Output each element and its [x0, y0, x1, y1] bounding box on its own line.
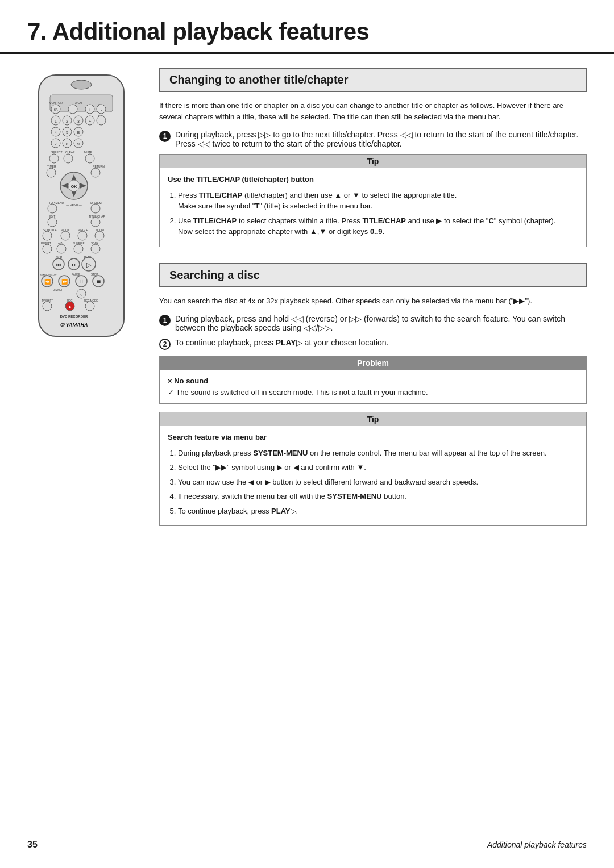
section2-header: Searching a disc — [159, 263, 587, 287]
svg-text:SELECT: SELECT — [51, 151, 62, 154]
page-header: 7. Additional playback features — [0, 0, 614, 54]
svg-point-69 — [95, 231, 104, 240]
svg-point-68 — [78, 231, 87, 240]
svg-text:⏪: ⏪ — [44, 278, 51, 285]
svg-text:DIMMER: DIMMER — [53, 289, 64, 291]
svg-text:⏮: ⏮ — [56, 262, 61, 268]
right-column: Changing to another title/chapter If the… — [159, 68, 587, 534]
svg-text:⏸: ⏸ — [79, 279, 84, 285]
tip1-list: Press TITLE/CHAP (title/chapter) and the… — [178, 190, 578, 237]
svg-point-67 — [61, 231, 70, 240]
svg-text:⏩: ⏩ — [61, 278, 68, 285]
svg-text:●: ● — [69, 304, 72, 310]
tip2-item1: During playback press SYSTEM-MENU on the… — [178, 448, 578, 459]
svg-point-55 — [48, 204, 57, 213]
tip2-item2: Select the "▶▶" symbol using ▶ or ◀ and … — [178, 462, 578, 473]
svg-text:5: 5 — [66, 131, 68, 135]
svg-text:-: - — [101, 107, 102, 112]
problem-box: Problem × No sound ✓ The sound is switch… — [159, 356, 587, 404]
svg-text:8: 8 — [66, 142, 68, 146]
page-title: 7. Additional playback features — [27, 18, 587, 45]
tip2-content: Search feature via menu bar During playb… — [160, 426, 586, 525]
section1-intro: If there is more than one title or chapt… — [159, 100, 587, 122]
svg-text:DVD RECORDER: DVD RECORDER — [60, 315, 88, 318]
tip2-list: During playback press SYSTEM-MENU on the… — [178, 448, 578, 517]
section1-header: Changing to another title/chapter — [159, 68, 587, 92]
svg-point-41 — [85, 154, 94, 163]
svg-text:⏹: ⏹ — [96, 279, 101, 285]
svg-text:4: 4 — [55, 131, 57, 135]
svg-text:B: B — [77, 131, 80, 135]
tip2-item5: To continue playback, press PLAY▷. — [178, 506, 578, 517]
svg-text:SUBTITLE: SUBTITLE — [43, 228, 57, 232]
tip1-list-item2: Use TITLE/CHAP to select chapters within… — [178, 215, 578, 237]
svg-text:9: 9 — [77, 142, 80, 146]
svg-text:RETURN: RETURN — [93, 165, 105, 168]
svg-text:— MENU —: — MENU — — [66, 203, 82, 207]
tip1-subtitle: Use the TITLE/CHAP (title/chapter) butto… — [168, 174, 578, 185]
svg-text:A/CH: A/CH — [75, 101, 82, 105]
svg-point-56 — [91, 204, 100, 213]
svg-text:-: - — [101, 119, 102, 124]
footer-page-number: 35 — [27, 840, 38, 850]
svg-text:MONITOR: MONITOR — [49, 101, 63, 105]
svg-text:○: ○ — [80, 293, 82, 297]
page-footer: 35 Additional playback features — [27, 840, 587, 850]
svg-text:▷: ▷ — [86, 261, 92, 268]
tip2-header: Tip — [160, 412, 586, 426]
svg-text:+: + — [89, 119, 92, 124]
footer-section-name: Additional playback features — [487, 840, 587, 849]
svg-text:OK: OK — [71, 185, 77, 189]
svg-point-7 — [68, 105, 77, 114]
section2-intro: You can search the disc at 4x or 32x pla… — [159, 295, 587, 307]
svg-point-106 — [85, 302, 94, 311]
svg-text:7: 7 — [55, 142, 57, 146]
svg-text:CLEAR: CLEAR — [65, 151, 75, 154]
svg-text:⏭: ⏭ — [72, 262, 77, 268]
svg-text:MUTE: MUTE — [84, 151, 93, 154]
remote-image: MONITOR A/CH 6/\ + CH - 1 2 3 + VOL — [27, 72, 135, 347]
problem-header: Problem — [160, 356, 586, 370]
problem-content: × No sound ✓ The sound is switched off i… — [160, 370, 586, 403]
problem-title: × No sound — [168, 375, 578, 387]
tip-box-1: Tip Use the TITLE/CHAP (title/chapter) b… — [159, 154, 587, 247]
tip2-item4: If necessary, switch the menu bar off wi… — [178, 491, 578, 502]
step1-text: During playback, press and hold ◁◁ (reve… — [175, 314, 587, 332]
svg-text:2: 2 — [66, 119, 68, 123]
svg-text:⑦ YAMAHA: ⑦ YAMAHA — [60, 322, 88, 328]
tip1-list-item1: Press TITLE/CHAP (title/chapter) and the… — [178, 190, 578, 212]
svg-point-77 — [91, 244, 100, 253]
tip2-item3: You can now use the ◀ or ▶ button to sel… — [178, 477, 578, 488]
svg-point-45 — [91, 168, 100, 177]
svg-point-74 — [43, 244, 52, 253]
section2-step1: 1 During playback, press and hold ◁◁ (re… — [159, 314, 587, 332]
tip-box-2: Tip Search feature via menu bar During p… — [159, 412, 587, 526]
remote-svg: MONITOR A/CH 6/\ + CH - 1 2 3 + VOL — [27, 72, 135, 345]
step2-text: To continue playback, press PLAY▷ at you… — [175, 338, 388, 347]
step2-num: 2 — [159, 339, 171, 350]
svg-point-40 — [64, 154, 73, 163]
svg-point-66 — [43, 231, 52, 240]
left-column: MONITOR A/CH 6/\ + CH - 1 2 3 + VOL — [27, 68, 141, 534]
svg-point-60 — [48, 218, 57, 227]
tip1-header: Tip — [160, 155, 586, 168]
step1-number: 1 — [159, 131, 171, 142]
svg-text:6/\: 6/\ — [54, 108, 58, 111]
problem-text: ✓ The sound is switched off in search mo… — [168, 387, 578, 398]
content-area: MONITOR A/CH 6/\ + CH - 1 2 3 + VOL — [0, 54, 614, 534]
svg-point-39 — [49, 154, 59, 163]
svg-point-103 — [43, 302, 52, 311]
section2-step2: 2 To continue playback, press PLAY▷ at y… — [159, 338, 587, 350]
tip2-subtitle: Search feature via menu bar — [168, 432, 578, 443]
chapter-number: 7. — [27, 18, 47, 45]
svg-point-75 — [57, 244, 66, 253]
section-searching: Searching a disc You can search the disc… — [159, 263, 587, 527]
svg-text:+: + — [89, 107, 92, 112]
section-changing-title: Changing to another title/chapter If the… — [159, 68, 587, 247]
chapter-title: Additional playback features — [52, 18, 370, 45]
section1-step1: 1 During playback, press ▷▷ to go to the… — [159, 130, 587, 148]
tip1-content: Use the TITLE/CHAP (title/chapter) butto… — [160, 168, 586, 247]
step1-text: During playback, press ▷▷ to go to the n… — [175, 130, 587, 148]
svg-point-44 — [47, 168, 56, 177]
svg-text:1: 1 — [55, 119, 57, 123]
